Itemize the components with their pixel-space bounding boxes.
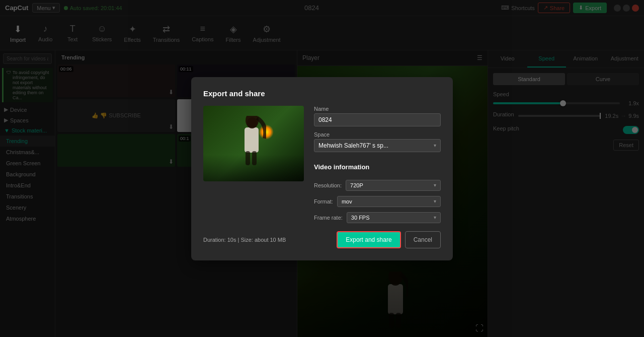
space-select[interactable]: Mehwish Saleh767' s sp... ▾ [314, 139, 441, 152]
name-input[interactable] [314, 113, 441, 126]
footer-buttons: Export and share Cancel [337, 231, 441, 248]
name-label: Name [314, 106, 441, 112]
space-chevron-icon: ▾ [434, 143, 436, 148]
resolution-label: Resolution: [314, 182, 342, 188]
export-modal: Export and share [191, 77, 453, 260]
video-info-title: Video information [314, 163, 441, 171]
resolution-select[interactable]: 720P ▾ [346, 180, 441, 191]
space-field-row: Space Mehwish Saleh767' s sp... ▾ [314, 131, 441, 152]
framerate-row: Frame rate: 30 FPS ▾ [314, 212, 441, 223]
format-row: Format: mov ▾ [314, 196, 441, 207]
modal-overlay: Export and share [0, 0, 644, 337]
modal-footer: Duration: 10s | Size: about 10 MB Export… [203, 231, 441, 248]
modal-fields: Name Space Mehwish Saleh767' s sp... ▾ V… [314, 106, 441, 223]
framerate-select[interactable]: 30 FPS ▾ [347, 212, 441, 223]
format-chevron-icon: ▾ [434, 198, 436, 204]
modal-body: Name Space Mehwish Saleh767' s sp... ▾ V… [203, 106, 441, 223]
framerate-chevron-icon: ▾ [434, 215, 436, 220]
modal-preview [203, 106, 304, 181]
modal-title: Export and share [203, 89, 441, 98]
resolution-row: Resolution: 720P ▾ [314, 180, 441, 191]
svg-rect-6 [245, 127, 259, 153]
framerate-label: Frame rate: [314, 215, 343, 221]
cancel-button[interactable]: Cancel [405, 231, 441, 248]
format-select[interactable]: mov ▾ [337, 196, 441, 207]
export-share-button[interactable]: Export and share [337, 231, 400, 248]
resolution-chevron-icon: ▾ [434, 182, 436, 188]
svg-point-7 [246, 116, 259, 128]
space-label: Space [314, 131, 441, 138]
format-label: Format: [314, 198, 333, 205]
name-field-row: Name [314, 106, 441, 126]
duration-info: Duration: 10s | Size: about 10 MB [203, 237, 286, 243]
